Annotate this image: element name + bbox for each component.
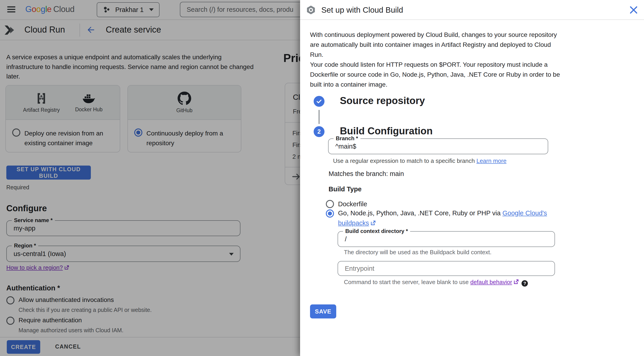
branch-match-result: Matches the branch: main <box>328 170 404 178</box>
dockerfile-radio[interactable] <box>326 200 334 208</box>
step2-number: 2 <box>317 128 321 135</box>
external-link-icon <box>514 279 519 284</box>
entrypoint-field <box>338 261 555 276</box>
panel-description-p1: With continuous deployment powered by Cl… <box>310 31 557 58</box>
build-context-input[interactable] <box>338 232 554 246</box>
panel-description-p2: Your code should listen for HTTP request… <box>310 61 560 88</box>
learn-more-link[interactable]: Learn more <box>476 157 506 164</box>
buildpacks-label: Go, Node.js, Python, Java, .NET Core, Ru… <box>338 208 557 228</box>
buildpacks-radio[interactable] <box>326 209 334 218</box>
branch-helper-text: Use a regular expression to match to a s… <box>333 157 476 164</box>
step1-check-circle <box>314 96 324 107</box>
google-clouds-link[interactable]: Google Cloud's <box>502 209 547 217</box>
entrypoint-helper: Command to start the server, leave blank… <box>344 279 528 286</box>
branch-helper: Use a regular expression to match to a s… <box>333 157 506 164</box>
build-context-helper: The directory will be used as the Buildp… <box>344 249 492 256</box>
panel-header: Set up with Cloud Build <box>300 0 644 20</box>
entrypoint-helper-text: Command to start the server, leave blank… <box>344 279 470 285</box>
buildpacks-link[interactable]: buildpacks <box>338 219 369 227</box>
branch-field: Branch * <box>328 138 548 154</box>
setup-cloud-build-panel: Set up with Cloud Build With continuous … <box>300 0 644 356</box>
step2-number-circle: 2 <box>314 126 324 137</box>
panel-title: Set up with Cloud Build <box>321 6 403 15</box>
step-connector-line <box>318 110 320 124</box>
close-icon[interactable] <box>630 6 638 14</box>
google-cloud-console: GoogleCloud Prakhar 1 Cloud Run Create s… <box>0 0 644 356</box>
save-button[interactable]: SAVE <box>310 304 336 318</box>
step1-title: Source repository <box>340 95 425 106</box>
dockerfile-label: Dockerfile <box>338 200 367 208</box>
build-type-heading: Build Type <box>328 185 362 193</box>
build-context-field: Build context directory * <box>338 231 555 247</box>
entrypoint-input[interactable] <box>338 261 554 275</box>
check-icon <box>316 98 323 105</box>
step2-title: Build Configuration <box>340 125 433 137</box>
external-link-icon <box>370 220 376 226</box>
branch-input[interactable] <box>328 139 548 154</box>
panel-description: With continuous deployment powered by Cl… <box>310 30 563 90</box>
buildpacks-label-prefix: Go, Node.js, Python, Java, .NET Core, Ru… <box>338 209 502 217</box>
help-icon[interactable]: ? <box>522 280 528 286</box>
default-behavior-link[interactable]: default behavior <box>470 279 512 285</box>
cloud-build-icon <box>306 5 316 15</box>
